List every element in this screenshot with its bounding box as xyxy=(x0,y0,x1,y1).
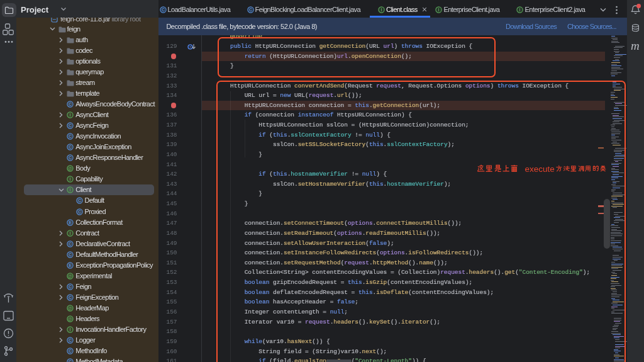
svg-text:E: E xyxy=(69,220,72,225)
svg-text:I: I xyxy=(70,113,71,117)
svg-text:C: C xyxy=(69,295,72,300)
svg-text:C: C xyxy=(69,242,72,246)
svg-text:C: C xyxy=(69,349,72,354)
svg-text:C: C xyxy=(161,8,164,12)
svg-text:@: @ xyxy=(68,317,72,321)
svg-text:I: I xyxy=(438,8,439,12)
svg-text:C: C xyxy=(69,338,72,342)
svg-text:@: @ xyxy=(68,306,72,310)
svg-text:C: C xyxy=(77,199,80,203)
svg-text:E: E xyxy=(69,263,72,268)
svg-text:I: I xyxy=(70,177,71,181)
svg-text:C: C xyxy=(69,156,72,160)
svg-text:C: C xyxy=(69,134,72,139)
svg-text:C: C xyxy=(69,145,72,149)
svg-text:@: @ xyxy=(68,274,72,278)
svg-text:C: C xyxy=(248,8,252,12)
svg-text:C: C xyxy=(69,102,72,106)
svg-text:I: I xyxy=(70,188,71,193)
svg-text:I: I xyxy=(70,231,71,235)
svg-text:C: C xyxy=(77,210,80,214)
svg-text:I: I xyxy=(380,8,382,12)
svg-text:C: C xyxy=(69,123,72,128)
svg-text:C: C xyxy=(69,252,72,257)
svg-text:@: @ xyxy=(68,166,72,171)
svg-text:I: I xyxy=(519,8,520,12)
svg-text:I: I xyxy=(70,327,71,332)
svg-text:C: C xyxy=(69,285,72,289)
svg-text:C: C xyxy=(69,360,72,362)
